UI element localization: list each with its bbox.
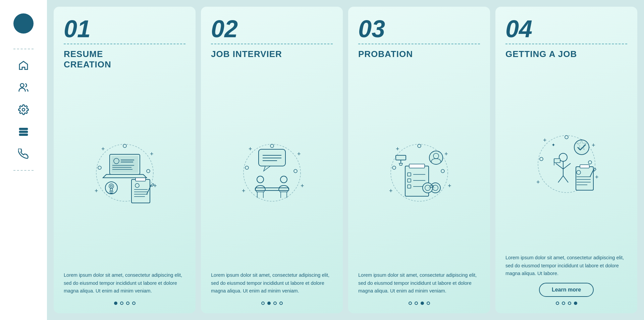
svg-text:+: + <box>536 179 540 185</box>
dot-3-2 <box>415 302 418 305</box>
svg-point-69 <box>429 151 443 164</box>
dot-3-4 <box>427 302 430 305</box>
svg-point-10 <box>147 169 150 173</box>
dot-4-3 <box>568 302 571 305</box>
card-3-divider <box>358 44 480 44</box>
svg-point-12 <box>123 144 126 148</box>
card-probation: 03 PROBATION + + + + <box>348 7 490 313</box>
card-3-title: PROBATION <box>358 49 480 71</box>
dot-3-1 <box>409 302 412 305</box>
dot-1-4 <box>132 302 136 305</box>
svg-text:+: + <box>150 151 154 157</box>
card-1-dots <box>64 302 185 305</box>
svg-point-38 <box>245 166 249 169</box>
card-getting-job: 04 GETTING A JOB + + + + ✦ ✦ ✦ <box>495 7 637 313</box>
dot-4-4 <box>574 302 577 305</box>
sidebar <box>0 0 47 320</box>
dot-1-2 <box>120 302 123 305</box>
svg-line-96 <box>558 176 563 182</box>
svg-rect-50 <box>280 191 288 192</box>
svg-point-0 <box>20 84 24 87</box>
card-4-number: 04 <box>505 17 627 41</box>
svg-point-1 <box>22 108 25 111</box>
card-1-text: Lorem ipsum dolor sit amet, consectetur … <box>64 271 185 295</box>
card-4-illustration: + + + + ✦ ✦ ✦ <box>505 74 627 254</box>
sidebar-logo <box>13 13 34 34</box>
svg-point-89 <box>565 136 568 139</box>
svg-text:+: + <box>396 146 399 152</box>
svg-rect-98 <box>554 159 560 163</box>
svg-text:+: + <box>95 188 98 194</box>
svg-rect-4 <box>19 134 28 136</box>
svg-line-97 <box>563 176 568 182</box>
svg-point-59 <box>392 166 396 169</box>
card-4-divider <box>505 44 627 44</box>
svg-point-88 <box>540 157 543 161</box>
card-4-title: GETTING A JOB <box>505 49 627 71</box>
svg-text:+: + <box>249 146 252 152</box>
svg-rect-77 <box>396 155 406 160</box>
svg-rect-62 <box>409 164 425 168</box>
sidebar-item-users[interactable] <box>15 79 32 96</box>
dot-2-3 <box>273 302 277 305</box>
svg-point-37 <box>294 169 297 173</box>
card-2-number: 02 <box>211 17 333 41</box>
card-1-title: RESUMECREATION <box>64 49 185 71</box>
card-3-text: Lorem ipsum dolor sit amet, consectetur … <box>358 271 480 295</box>
card-2-illustration: + + + + <box>211 74 333 271</box>
card-2-divider <box>211 44 333 44</box>
svg-text:+: + <box>543 137 547 144</box>
svg-text:+: + <box>389 188 393 194</box>
dot-3-3 <box>421 302 424 305</box>
svg-line-94 <box>556 163 563 169</box>
svg-text:+: + <box>101 146 105 152</box>
learn-more-button[interactable]: Learn more <box>539 283 594 297</box>
svg-point-58 <box>441 169 444 173</box>
svg-rect-24 <box>131 179 150 203</box>
card-3-illustration: + + + + <box>358 74 480 271</box>
sidebar-item-home[interactable] <box>15 57 32 74</box>
svg-text:+: + <box>153 182 157 189</box>
svg-rect-47 <box>256 191 264 192</box>
svg-point-45 <box>257 176 264 183</box>
card-job-interview: 02 JOB INTERVIER + + + + <box>201 7 343 313</box>
svg-rect-3 <box>19 131 28 132</box>
svg-text:+: + <box>444 151 448 157</box>
svg-text:+: + <box>595 174 599 180</box>
card-resume-creation: 01 RESUMECREATION + + + + <box>54 7 196 313</box>
card-2-title: JOB INTERVIER <box>211 49 333 71</box>
card-3-dots <box>358 302 480 305</box>
sidebar-item-settings[interactable] <box>15 101 32 118</box>
dot-4-1 <box>556 302 559 305</box>
svg-text:+: + <box>592 142 595 149</box>
sidebar-item-phone[interactable] <box>15 146 32 162</box>
dot-2-1 <box>261 302 265 305</box>
svg-text:✦: ✦ <box>551 142 555 148</box>
card-1-illustration: + + + + <box>64 74 185 271</box>
svg-text:+: + <box>297 151 301 157</box>
svg-point-11 <box>98 166 101 169</box>
dot-1-1 <box>114 302 117 305</box>
dot-2-4 <box>279 302 283 305</box>
card-2-text: Lorem ipsum dolor sit amet, consectetur … <box>211 271 333 295</box>
main-content: 01 RESUMECREATION + + + + <box>47 0 644 320</box>
svg-point-22 <box>109 184 114 189</box>
sidebar-top-divider <box>13 49 34 49</box>
sidebar-bottom-divider <box>13 170 34 171</box>
svg-point-87 <box>588 161 592 164</box>
svg-rect-101 <box>580 165 589 168</box>
svg-line-95 <box>563 163 571 169</box>
dot-1-3 <box>126 302 129 305</box>
svg-point-60 <box>418 144 421 148</box>
svg-text:+: + <box>301 182 304 189</box>
svg-point-39 <box>270 144 274 148</box>
svg-rect-25 <box>136 178 146 181</box>
card-4-text: Lorem ipsum dolor sit amet, consectetur … <box>505 254 627 277</box>
svg-text:+: + <box>242 188 246 194</box>
svg-point-46 <box>280 176 287 183</box>
svg-point-23 <box>110 185 112 187</box>
dot-4-2 <box>562 302 565 305</box>
svg-rect-44 <box>255 188 289 191</box>
sidebar-item-list[interactable] <box>15 123 32 140</box>
svg-rect-2 <box>19 128 28 129</box>
